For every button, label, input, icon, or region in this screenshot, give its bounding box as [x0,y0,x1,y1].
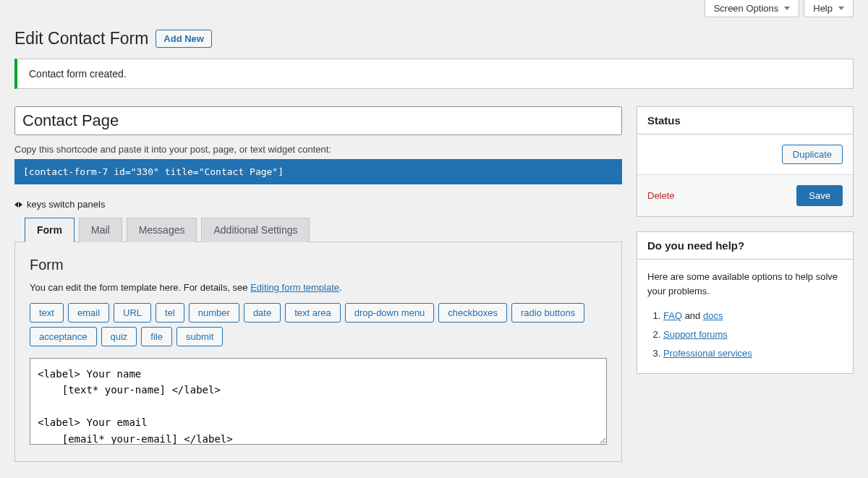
help-link[interactable]: FAQ [663,310,682,321]
add-new-button[interactable]: Add New [156,30,212,48]
page-title: Edit Contact Form [14,29,148,48]
screen-options-label: Screen Options [714,3,779,14]
shortcode-input[interactable] [14,159,622,184]
caret-down-icon [784,7,790,10]
help-box: Do you need help? Here are some availabl… [637,231,854,374]
arrow-keys-icon [14,202,22,208]
tag-button-tel[interactable]: tel [156,303,184,323]
status-title: Status [637,107,853,135]
tabs: FormMailMessagesAdditional Settings [25,217,622,242]
help-label: Help [813,3,833,14]
keys-hint: keys switch panels [14,199,622,210]
notice-message: Contact form created. [29,68,127,80]
tag-button-date[interactable]: date [244,303,281,323]
tag-button-text-area[interactable]: text area [285,303,341,323]
help-item: Professional services [663,344,843,363]
status-box: Status Duplicate Delete Save [637,106,854,217]
help-text: Here are some available options to help … [647,270,843,298]
panel-description: You can edit the form template here. For… [30,282,607,293]
tag-button-number[interactable]: number [189,303,239,323]
screen-options-button[interactable]: Screen Options [705,0,800,17]
help-button[interactable]: Help [804,0,854,17]
panel-title: Form [30,257,607,273]
tag-button-URL[interactable]: URL [114,303,151,323]
editing-template-link[interactable]: Editing form template [250,282,339,293]
tag-button-email[interactable]: email [68,303,109,323]
tag-button-radio-buttons[interactable]: radio buttons [511,303,584,323]
caret-down-icon [838,7,844,10]
form-panel: Form You can edit the form template here… [14,242,622,462]
tag-button-text[interactable]: text [30,303,64,323]
tag-button-file[interactable]: file [141,327,172,346]
form-template-textarea[interactable] [30,358,607,445]
tag-button-submit[interactable]: submit [176,327,223,346]
help-link[interactable]: docs [703,310,723,321]
help-title: Do you need help? [637,232,853,260]
help-link[interactable]: Support forums [663,329,728,340]
tab-messages[interactable]: Messages [127,218,197,242]
tag-button-drop-down-menu[interactable]: drop-down menu [345,303,435,323]
help-item: Support forums [663,325,843,344]
tag-button-acceptance[interactable]: acceptance [30,327,97,346]
tag-generator-buttons: textemailURLtelnumberdatetext areadrop-d… [30,303,607,346]
tag-button-quiz[interactable]: quiz [101,327,137,346]
tab-additional-settings[interactable]: Additional Settings [201,218,310,242]
tab-mail[interactable]: Mail [79,218,122,242]
delete-link[interactable]: Delete [647,190,675,201]
shortcode-label: Copy this shortcode and paste it into yo… [14,144,622,155]
tab-form[interactable]: Form [25,218,75,242]
help-link[interactable]: Professional services [663,348,752,359]
form-title-input[interactable] [14,106,622,135]
keys-hint-text: keys switch panels [27,199,105,210]
save-button[interactable]: Save [796,185,843,206]
tag-button-checkboxes[interactable]: checkboxes [438,303,507,323]
duplicate-button[interactable]: Duplicate [782,145,843,164]
help-item: FAQ and docs [663,307,843,325]
notice-success: Contact form created. [14,59,854,89]
help-list: FAQ and docsSupport forumsProfessional s… [647,307,843,363]
